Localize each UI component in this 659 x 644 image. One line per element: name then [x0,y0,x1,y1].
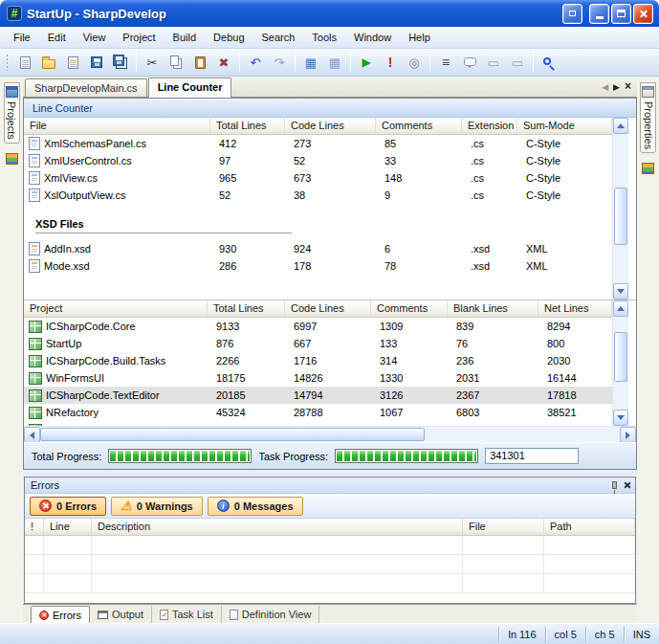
show-output-icon[interactable]: ≡ [434,52,457,73]
menu-file[interactable]: File [6,29,38,46]
build-icon[interactable]: ▦ [299,52,322,73]
file-table-scrollbar[interactable] [612,118,628,300]
column-header-extension[interactable]: Extension [462,118,517,134]
scrollbar-thumb[interactable] [614,332,627,382]
tools-pad-icon[interactable] [642,163,654,174]
column-header-code-lines[interactable]: Code Lines [285,300,371,317]
tab-line-counter[interactable]: Line Counter [148,78,232,98]
save-file-icon[interactable] [85,52,108,73]
column-header-blank-lines[interactable]: Blank Lines [448,300,538,317]
column-header-total-lines[interactable]: Total Lines [210,118,285,134]
minimize-button[interactable] [589,4,609,24]
menu-build[interactable]: Build [165,29,204,46]
copy-icon[interactable] [165,52,187,73]
prev-tab-icon[interactable]: ◀ [602,82,608,92]
file-table-row[interactable]: Mode.xsd 286 178 78 .xsd XML [24,257,612,275]
maximize-button[interactable] [611,4,631,24]
column-header-severity[interactable]: ! [25,519,44,535]
project-table-row[interactable]: ICSharpCode.Core 9133 6997 1309 839 8294 [24,318,612,335]
open-file-icon[interactable] [37,52,60,73]
toolbar-grip[interactable] [6,54,9,71]
scrollbar-track[interactable] [613,134,628,283]
menu-help[interactable]: Help [401,29,438,46]
column-header-description[interactable]: Description [92,519,463,535]
paste-icon[interactable] [188,52,211,73]
column-header-sum-mode[interactable]: Sum-Mode [517,118,612,134]
grid-row[interactable] [25,574,635,593]
horizontal-scrollbar[interactable] [24,426,636,442]
column-header-path[interactable]: Path [544,519,635,535]
file-table-row[interactable]: XmlUserControl.cs 97 52 33 .cs C-Style [24,152,612,169]
grid-row[interactable] [25,555,635,574]
project-table-scrollbar[interactable] [612,300,628,426]
scroll-right-button[interactable] [620,427,636,443]
search-icon[interactable] [538,52,560,73]
pad-tab-task-list[interactable]: Task List [152,606,222,623]
cut-icon[interactable]: ✂ [141,52,164,73]
close-pad-icon[interactable] [624,481,631,489]
extra-window-button[interactable] [562,4,582,24]
run-icon[interactable]: ▶ [355,52,378,73]
scroll-down-button[interactable] [613,410,628,426]
new-file-icon[interactable] [13,52,36,73]
column-header-total-lines[interactable]: Total Lines [208,300,285,317]
scroll-down-button[interactable] [613,283,628,300]
show-messages-icon[interactable] [458,52,481,73]
delete-icon[interactable]: ✖ [212,52,235,73]
project-table-row[interactable]: WinFormsUI 18175 14826 1330 2031 16144 [24,369,612,387]
errors-pad-titlebar[interactable]: Errors [25,477,635,494]
next-bookmark-icon[interactable]: ▭ [506,52,529,73]
file-table-row[interactable]: XmlSchemasPanel.cs 412 273 85 .cs C-Styl… [24,135,612,152]
column-header-line[interactable]: Line [44,519,92,535]
column-header-project[interactable]: Project [24,300,208,317]
file-table-row[interactable]: XslOutputView.cs 52 38 9 .cs C-Style [24,187,612,204]
abort-icon[interactable]: ! [379,52,402,73]
menu-window[interactable]: Window [346,29,399,46]
pad-tab-output[interactable]: Output [90,606,152,623]
menu-debug[interactable]: Debug [206,29,252,46]
pin-icon[interactable] [612,481,617,489]
project-table-row[interactable]: ICSharpCode.Build.Tasks 2266 1716 314 23… [24,352,612,369]
tab-sharpdevelopmain[interactable]: SharpDevelopMain.cs [25,78,147,97]
pause-icon[interactable]: ◎ [403,52,426,73]
titlebar[interactable]: # StartUp - SharpDevelop [0,0,659,27]
menu-view[interactable]: View [76,29,114,46]
new-project-icon[interactable] [61,52,84,73]
grid-row[interactable] [25,536,635,555]
column-header-file[interactable]: File [24,118,210,134]
next-tab-icon[interactable]: ▶ [613,82,620,92]
close-button[interactable] [633,4,653,24]
redo-icon[interactable]: ↷ [268,52,291,73]
column-header-code-lines[interactable]: Code Lines [285,118,376,134]
undo-icon[interactable]: ↶ [244,52,267,73]
column-header-file[interactable]: File [463,519,544,535]
menu-tools[interactable]: Tools [304,29,344,46]
scroll-up-button[interactable] [613,300,628,317]
toolbox-pad-icon[interactable] [6,153,18,165]
warnings-filter-button[interactable]: ⚠ 0 Warnings [111,497,203,516]
errors-filter-button[interactable]: 0 Errors [30,497,106,516]
pad-tab-errors[interactable]: Errors [31,606,90,623]
menu-search[interactable]: Search [254,29,303,46]
save-all-icon[interactable] [109,52,132,73]
rebuild-icon[interactable]: ▦ [323,52,346,73]
column-header-net-lines[interactable]: Net Lines [538,300,612,317]
file-table-row[interactable]: XmlView.cs 965 673 148 .cs C-Style [24,169,612,187]
column-header-comments[interactable]: Comments [371,300,448,317]
scroll-up-button[interactable] [613,118,628,134]
menu-edit[interactable]: Edit [40,29,74,46]
scrollbar-track[interactable] [613,317,628,410]
scroll-left-button[interactable] [24,427,40,443]
file-table-row[interactable]: AddIn.xsd 930 924 6 .xsd XML [24,240,612,257]
scrollbar-thumb[interactable] [40,428,425,441]
prev-bookmark-icon[interactable]: ▭ [482,52,505,73]
menu-project[interactable]: Project [115,29,163,46]
project-table-row[interactable]: NRefactory 45324 28788 1067 6803 38521 [24,404,612,421]
messages-filter-button[interactable]: 0 Messages [208,497,303,516]
properties-pad-tab[interactable]: Properties [640,82,656,153]
scrollbar-thumb[interactable] [614,188,627,245]
pad-tab-definition-view[interactable]: Definition View [222,606,320,623]
projects-pad-tab[interactable]: Projects [4,82,20,144]
scrollbar-track[interactable] [425,427,620,442]
close-tab-icon[interactable]: × [625,82,631,92]
